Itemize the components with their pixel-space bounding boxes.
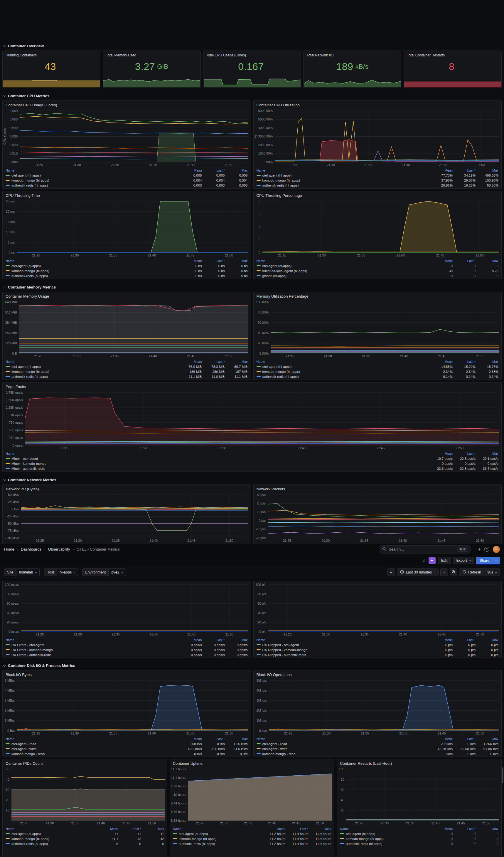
pids-count-chart[interactable]: 504030201021:2521:3021:3521:4021:4521:50 <box>3 767 167 826</box>
legend-row[interactable]: komodo-mongo (hl-apps)186 MiB186 MiB187 … <box>5 369 248 374</box>
rx-dropped-chart[interactable]: 100 p/s80 p/s60 p/s40 p/s20 p/s0 p/s21:2… <box>254 582 502 637</box>
panel-title[interactable]: Total CPU Usage (Cores) <box>204 51 301 58</box>
block-io-operations-chart[interactable]: 5M io/s4M io/s3M io/s2M io/s1M io/s0 io/… <box>254 678 502 736</box>
memory-usage-chart[interactable]: 640 MiB512 MiB384 MiB256 MiB128 MiB0 B21… <box>3 300 251 358</box>
legend-row[interactable]: RX Dropped - authentik-redis0 p/s0 p/s0 … <box>257 652 499 657</box>
panel-title[interactable]: Container PIDs Count <box>3 759 167 767</box>
export-button[interactable]: Export <box>453 557 474 565</box>
panel-title[interactable]: Container Uptime <box>170 759 334 767</box>
legend-row[interactable]: Minor - authentik-redis33.3 ops/s32.8 op… <box>5 466 499 471</box>
search-input[interactable]: Search... ⌘+k <box>380 545 471 554</box>
panel-title[interactable]: CPU Throttling Time <box>3 191 251 199</box>
legend-row[interactable]: authentik-redis (hl-apps)0.0030.0030.003 <box>5 183 248 188</box>
time-range-picker[interactable]: Last 30 minutes <box>397 569 438 576</box>
cpu-utilization-chart[interactable]: 6000.00%5000.00%4000.00%3000.00%2000.00%… <box>254 108 502 167</box>
legend-row[interactable]: otel-agent (hl-apps)76.0 MiB78.3 MiB80.7… <box>5 364 248 369</box>
share-button[interactable]: Share <box>476 557 493 565</box>
panel-title[interactable]: Container Memory Usage <box>3 292 251 300</box>
legend-row[interactable]: RX Errors - otel-agent0 ops/s0 ops/s0 op… <box>5 642 248 647</box>
panel-title[interactable]: Network I/O (Bytes) <box>3 485 251 492</box>
network-io-chart[interactable]: 50 kB/s25 kB/s0 B/s-25 kB/s-50 kB/s-75 k… <box>3 492 251 543</box>
legend-row[interactable]: komodo-mongo (hl-apps)41.14242 <box>5 836 164 841</box>
legend-row[interactable]: RX Errors - authentik-redis0 ops/s0 ops/… <box>5 652 248 657</box>
cpu-usage-chart[interactable]: 0.0600.0500.0400.0300.0200.0100.00021:25… <box>3 108 251 167</box>
breadcrumb-observability[interactable]: Observability <box>48 547 70 552</box>
legend-row[interactable]: authentik-redis (hl-apps)666 <box>5 841 164 846</box>
legend-row[interactable]: Minor - komodo-mongo0 ops/s0 ops/s0 ops/… <box>5 461 499 466</box>
panel-title[interactable]: Total Memory Used <box>103 51 201 58</box>
edit-button[interactable]: Edit <box>438 557 451 565</box>
block-io-bytes-chart[interactable]: 5 MB/s4 MB/s3 MB/s2 MB/s1 MB/s0 B/s21:25… <box>3 678 251 736</box>
panel-title[interactable]: Network Packets <box>254 485 502 492</box>
time-shift-forward-button[interactable]: » <box>440 569 448 576</box>
filter-host-value[interactable]: hl-apps <box>57 569 78 576</box>
page-scrollbar-thumb[interactable] <box>502 768 503 783</box>
legend-row[interactable]: glance (hl-apps)000 <box>257 273 499 278</box>
time-shift-back-button[interactable]: « <box>387 569 395 576</box>
legend-row[interactable]: otel-agent - read208 B/s0 B/s1.26 kB/s <box>5 741 248 746</box>
help-icon[interactable]: ? <box>484 547 489 552</box>
panel-title[interactable]: Memory Utilization Percentage <box>254 292 502 300</box>
legend-row[interactable]: komodo-mongo (hl-apps)000 <box>340 836 499 841</box>
legend-row[interactable]: otel-agent (hl-apps)14.85%15.29%15.76% <box>257 364 499 369</box>
page-faults-chart[interactable]: 1.75K ops/s1.50K ops/s1.25K ops/s1K ops/… <box>3 390 501 450</box>
legend-row[interactable]: otel-agent (hl-apps)000 <box>257 263 499 268</box>
star-icon[interactable]: ☆ <box>422 558 426 563</box>
legend-row[interactable]: RX Dropped - otel-agent0 p/s0 p/s0 p/s <box>257 642 499 647</box>
legend-row[interactable]: komodo-mongo (hl-apps)0 ns0 ns0 ns <box>5 268 248 273</box>
section-cpu-metrics[interactable]: Container CPU Metrics <box>0 90 504 100</box>
legend-row[interactable]: komodo-mongo - read0 io/s0 io/s0 io/s <box>257 751 499 756</box>
panel-title[interactable]: Page Faults <box>3 383 501 390</box>
legend-row[interactable]: otel-agent (hl-apps)77.70%34.19%498.55% <box>257 173 499 178</box>
legend-row[interactable]: fluent-bit-local-agent (hl-apps)1.3808.2… <box>257 268 499 273</box>
rx-errors-chart[interactable]: 100 ops/s80 ops/s60 ops/s40 ops/s20 ops/… <box>3 582 251 637</box>
filter-environment-value[interactable]: pve2 <box>109 569 126 576</box>
legend-row[interactable]: komodo-mongo (hl-apps)2.34%2.34%2.35% <box>257 369 499 374</box>
panel-title[interactable]: Total Network I/O <box>303 51 401 58</box>
filter-site-value[interactable]: homelab <box>16 569 40 576</box>
legend-row[interactable]: RX Errors - komodo-mongo0 ops/s0 ops/s0 … <box>5 647 248 652</box>
panel-title[interactable]: Container Restarts (Last Hour) <box>337 759 501 767</box>
panel-title[interactable]: Running Containers <box>3 51 100 58</box>
legend-row[interactable]: authentik-redis (hl-apps)20.66%19.28%53.… <box>257 183 499 188</box>
legend-row[interactable]: otel-agent (hl-apps)111111 <box>5 831 164 836</box>
legend-row[interactable]: otel-agent - read208 io/s0 io/s1.26K io/… <box>257 741 499 746</box>
legend-row[interactable]: komodo-mongo (hl-apps)0.0040.0040.004 <box>5 178 248 183</box>
avatar[interactable] <box>493 546 500 553</box>
legend-row[interactable]: authentik-redis (hl-apps)000 <box>340 841 499 846</box>
section-container-overview[interactable]: Container Overview <box>0 40 504 51</box>
legend-row[interactable]: komodo-mongo (hl-apps)11.2 hours11.4 hou… <box>173 836 331 841</box>
legend-row[interactable]: otel-agent - write43.2 kB/s36.6 kB/s51.0… <box>5 746 248 751</box>
panel-title[interactable]: Total Container Restarts <box>404 51 501 58</box>
zoom-out-button[interactable] <box>450 569 457 576</box>
refresh-button[interactable]: Refresh <box>459 569 484 576</box>
legend-row[interactable]: authentik-redis (hl-apps)0 ns0 ns0 ns <box>5 273 248 278</box>
breadcrumb-home[interactable]: Home <box>4 547 14 552</box>
legend-row[interactable]: otel-agent (hl-apps)0 ns0 ns0 ns <box>5 263 248 268</box>
share-menu-button[interactable] <box>493 557 500 565</box>
network-packets-chart[interactable]: 30 p/s20 p/s10 p/s0 p/s-10 p/s-20 p/s21:… <box>254 492 502 543</box>
sparkle-icon-button[interactable] <box>429 557 436 564</box>
legend-row[interactable]: otel-agent (hl-apps)0.0050.0050.006 <box>5 173 248 178</box>
panel-title[interactable]: Container CPU Usage (Cores) <box>3 101 251 108</box>
legend-row[interactable]: RX Dropped - komodo-mongo0 p/s0 p/s0 p/s <box>257 647 499 652</box>
memory-utilization-chart[interactable]: 100.00%80.00%60.00%40.00%20.00%0.00%21:2… <box>254 300 502 358</box>
legend-row[interactable]: komodo-mongo - read0 B/s0 B/s0 B/s <box>5 751 248 756</box>
legend-row[interactable]: otel-agent (hl-apps)11.2 hours11.4 hours… <box>173 831 331 836</box>
legend-row[interactable]: authentik-redis (hl-apps)0.14%0.14%0.14% <box>257 374 499 379</box>
refresh-interval-picker[interactable]: 30s <box>484 569 500 576</box>
section-memory-metrics[interactable]: Container Memory Metrics <box>0 282 504 292</box>
panel-title[interactable]: Block I/O Bytes <box>3 670 251 678</box>
container-uptime-chart[interactable]: 11.7 hours11.1 hours10.6 hours10 hours9.… <box>170 767 334 826</box>
plus-icon[interactable]: + <box>478 547 481 552</box>
breadcrumb-dashboards[interactable]: Dashboards <box>21 547 41 552</box>
section-disk-process-metrics[interactable]: Container Disk I/O & Process Metrics <box>0 660 504 670</box>
legend-row[interactable]: Minor - otel-agent19.7 ops/s22.5 ops/s29… <box>5 456 499 461</box>
panel-title[interactable]: CPU Throttling Percentage <box>254 191 502 199</box>
legend-row[interactable]: komodo-mongo (hl-apps)37.96%29.86%103.90… <box>257 178 499 183</box>
legend-row[interactable]: authentik-redis (hl-apps)11.1 MiB11.0 Mi… <box>5 374 248 379</box>
section-network-metrics[interactable]: Container Network Metrics <box>0 474 504 485</box>
legend-row[interactable]: otel-agent - write43.2K io/s36.6K io/s51… <box>257 746 499 751</box>
legend-row[interactable]: authentik-redis (hl-apps)11.2 hours11.4 … <box>173 841 331 846</box>
cpu-throttling-percentage-chart[interactable]: 8642021:2521:3021:3521:4021:4521:50 <box>254 199 502 258</box>
